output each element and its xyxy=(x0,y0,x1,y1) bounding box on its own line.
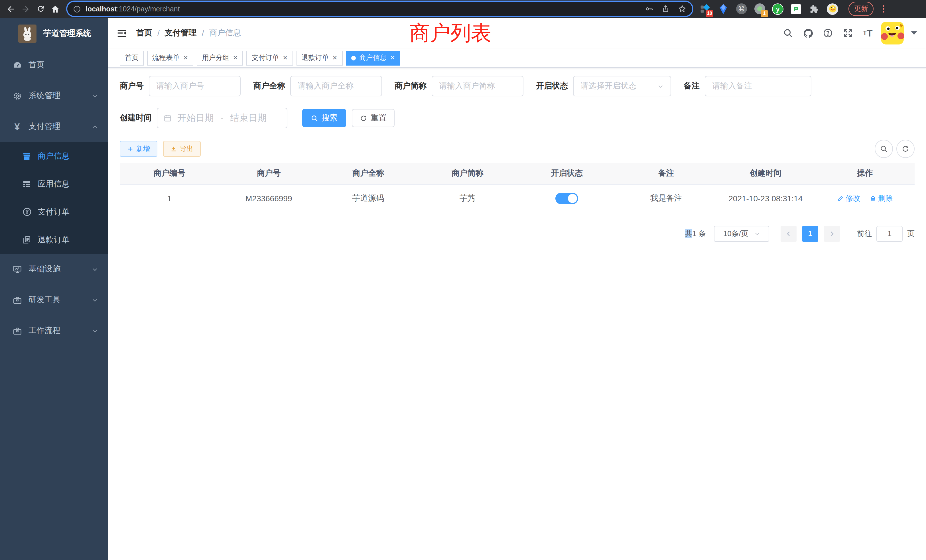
reset-button[interactable]: 重置 xyxy=(352,109,395,127)
browser-refresh-button[interactable] xyxy=(33,2,48,16)
delete-link[interactable]: 删除 xyxy=(870,193,893,204)
placeholder: 请输入商户全称 xyxy=(298,81,354,91)
tag-process-form[interactable]: 流程表单✕ xyxy=(147,50,193,65)
tampermonkey-extension-icon[interactable]: 10 xyxy=(699,3,710,15)
sidebar-fold-icon[interactable] xyxy=(117,28,127,38)
tag-close-icon[interactable]: ✕ xyxy=(233,54,238,62)
screen: localhost:1024/pay/merchant 10 xyxy=(0,0,926,560)
sidebar-item-system[interactable]: 系统管理 xyxy=(0,80,108,111)
remark-input[interactable]: 请输入备注 xyxy=(705,76,811,96)
gem-extension-icon[interactable] xyxy=(717,3,729,15)
command-extension-icon[interactable]: ⌘ xyxy=(735,3,747,15)
placeholder: 请输入备注 xyxy=(712,81,752,91)
short-name-input[interactable]: 请输入商户简称 xyxy=(432,76,524,96)
tag-home[interactable]: 首页 xyxy=(120,50,144,65)
search-button[interactable]: 搜索 xyxy=(302,109,346,127)
avatar-caret-icon[interactable] xyxy=(911,31,917,35)
start-date-placeholder: 开始日期 xyxy=(177,112,214,124)
password-key-icon[interactable] xyxy=(645,5,654,13)
bookmark-star-icon[interactable] xyxy=(678,5,687,13)
col-actions: 操作 xyxy=(816,163,915,184)
share-icon[interactable] xyxy=(661,5,670,13)
sidebar-item-pay[interactable]: ¥ 支付管理 xyxy=(0,111,108,142)
breadcrumb-current: 商户信息 xyxy=(209,28,241,38)
sidebar-item-label: 基础设施 xyxy=(29,264,61,274)
tag-refund-order[interactable]: 退款订单✕ xyxy=(296,50,342,65)
fullscreen-icon[interactable] xyxy=(841,26,855,40)
cell-create-time: 2021-10-23 08:31:14 xyxy=(716,184,816,213)
header-search-icon[interactable] xyxy=(781,26,795,40)
sidebar-item-workflow[interactable]: 工作流程 xyxy=(0,315,108,346)
tags-view-bar: 首页 流程表单✕ 用户分组✕ 支付订单✕ 退款订单✕ 商户信息✕ xyxy=(108,48,926,68)
user-avatar[interactable] xyxy=(881,22,904,44)
edit-link-label: 修改 xyxy=(846,193,861,204)
emoji-avatar-icon[interactable] xyxy=(827,3,838,15)
next-page-button[interactable] xyxy=(824,226,840,242)
font-size-icon[interactable]: TT xyxy=(861,26,875,40)
green-y-extension-icon[interactable]: y xyxy=(772,3,784,15)
add-button[interactable]: 新增 xyxy=(120,141,157,157)
browser-forward-button[interactable] xyxy=(18,2,33,16)
page-size-select[interactable]: 10条/页 xyxy=(714,226,769,242)
show-search-toggle-button[interactable] xyxy=(875,140,893,158)
sidebar-item-dev-tools[interactable]: 研发工具 xyxy=(0,285,108,315)
goto-page-input[interactable]: 1 xyxy=(876,226,903,242)
tag-label: 流程表单 xyxy=(152,53,180,63)
toolbox-icon xyxy=(12,295,22,305)
sidebar-item-pay-order[interactable]: 支付订单 xyxy=(0,198,108,226)
sidebar-item-merchant-info[interactable]: 商户信息 xyxy=(0,142,108,170)
tag-close-icon[interactable]: ✕ xyxy=(332,54,337,62)
browser-menu-icon[interactable] xyxy=(883,5,884,12)
pagination-total: 共1 条 xyxy=(685,229,706,239)
create-time-range-picker[interactable]: 开始日期 - 结束日期 xyxy=(157,108,287,128)
chat-extension-icon[interactable] xyxy=(790,3,802,15)
table-header-row: 商户编号 商户号 商户全称 商户简称 开启状态 备注 创建时间 操作 xyxy=(120,163,915,184)
help-icon[interactable] xyxy=(821,26,835,40)
page-unit-label: 页 xyxy=(907,229,915,239)
calendar-icon xyxy=(163,114,172,122)
page-number-1[interactable]: 1 xyxy=(802,226,818,242)
app-logo-row[interactable]: 芋道管理系统 xyxy=(0,18,108,50)
col-merchant-no: 商户号 xyxy=(219,163,319,184)
extension-badge: 10 xyxy=(706,10,713,17)
sidebar-item-app-info[interactable]: 应用信息 xyxy=(0,170,108,198)
merchant-no-input[interactable]: 请输入商户号 xyxy=(149,76,241,96)
url-text: localhost:1024/pay/merchant xyxy=(86,5,180,13)
proxy-extension-icon[interactable]: 1 xyxy=(754,3,765,15)
refresh-table-button[interactable] xyxy=(896,140,915,158)
github-icon[interactable] xyxy=(801,26,815,40)
browser-update-button[interactable]: 更新 xyxy=(849,2,873,16)
tag-close-icon[interactable]: ✕ xyxy=(183,54,188,62)
sidebar-item-home[interactable]: 首页 xyxy=(0,50,108,80)
sidebar-item-label: 工作流程 xyxy=(29,325,61,336)
tag-user-group[interactable]: 用户分组✕ xyxy=(197,50,243,65)
export-button[interactable]: 导出 xyxy=(163,141,201,157)
status-select[interactable]: 请选择开启状态 xyxy=(573,76,671,96)
tag-label: 用户分组 xyxy=(202,53,229,63)
sidebar-item-refund-order[interactable]: 退款订单 xyxy=(0,226,108,254)
breadcrumb-home[interactable]: 首页 xyxy=(136,28,152,38)
status-toggle[interactable] xyxy=(555,193,578,204)
tag-close-icon[interactable]: ✕ xyxy=(390,54,395,62)
edit-link[interactable]: 修改 xyxy=(837,193,861,204)
gear-icon xyxy=(12,91,22,101)
end-date-placeholder: 结束日期 xyxy=(230,112,266,124)
briefcase-icon xyxy=(12,326,22,336)
address-bar[interactable]: localhost:1024/pay/merchant xyxy=(67,2,692,16)
browser-back-button[interactable] xyxy=(3,2,18,16)
browser-home-button[interactable] xyxy=(48,2,63,16)
total-suffix: 条 xyxy=(699,229,706,238)
placeholder: 请输入商户号 xyxy=(156,81,204,91)
breadcrumb-pay[interactable]: 支付管理 xyxy=(165,28,197,38)
col-short-name: 商户简称 xyxy=(418,163,517,184)
prev-page-button[interactable] xyxy=(781,226,797,242)
chevron-up-icon xyxy=(92,123,98,130)
sidebar-item-infra[interactable]: 基础设施 xyxy=(0,254,108,285)
site-info-icon[interactable] xyxy=(73,5,81,13)
tag-close-icon[interactable]: ✕ xyxy=(283,54,287,62)
puzzle-extensions-icon[interactable] xyxy=(808,3,820,15)
tag-merchant-info[interactable]: 商户信息✕ xyxy=(346,50,400,65)
active-tag-dot xyxy=(351,56,356,60)
tag-pay-order[interactable]: 支付订单✕ xyxy=(247,50,293,65)
full-name-input[interactable]: 请输入商户全称 xyxy=(290,76,382,96)
